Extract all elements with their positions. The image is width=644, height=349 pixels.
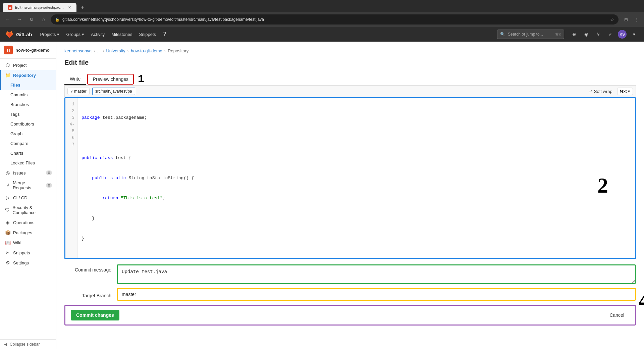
active-tab[interactable]: Edit · src/main/java/test/packag... ✕ — [3, 3, 76, 12]
sidebar-item-wiki[interactable]: 📖 Wiki — [0, 238, 56, 248]
code-line-2 — [82, 135, 631, 141]
sidebar-item-merge-requests[interactable]: ⑂ Merge Requests 0 — [0, 178, 56, 193]
breadcrumb-current: Repository — [168, 48, 189, 53]
extensions-button[interactable]: ⊞ — [621, 15, 631, 24]
tab-write[interactable]: Write — [64, 73, 86, 85]
user-avatar[interactable]: KS — [618, 30, 627, 39]
merge-requests-icon-btn[interactable]: ⑂ — [594, 30, 603, 39]
collapse-sidebar-button[interactable]: ◀ Collapse sidebar — [0, 339, 56, 349]
avatar-chevron-icon[interactable]: ▾ — [629, 30, 639, 39]
nav-activity[interactable]: Activity — [88, 31, 107, 38]
home-button[interactable]: ⌂ — [39, 15, 48, 24]
issues-icon-btn[interactable]: ◉ — [582, 30, 591, 39]
back-button[interactable]: ← — [3, 15, 12, 24]
star-icon[interactable]: ☆ — [610, 17, 614, 22]
packages-sidebar-icon: 📦 — [5, 230, 10, 235]
sidebar-label-packages: Packages — [13, 230, 32, 235]
sidebar-label-operations: Operations — [13, 220, 35, 225]
sidebar-item-settings[interactable]: ⚙ Settings — [0, 258, 56, 268]
sidebar-item-branches[interactable]: Branches — [0, 100, 56, 109]
sidebar-item-security[interactable]: 🛡 Security & Compliance — [0, 203, 56, 217]
nav-snippets[interactable]: Snippets — [136, 31, 159, 38]
forward-button[interactable]: → — [15, 15, 24, 24]
address-bar[interactable]: 🔒 gitlab.com/kennethsohyq/school/univers… — [51, 14, 619, 24]
global-search[interactable]: 🔍 Search or jump to... ⌘K — [497, 30, 564, 39]
sidebar-label-graph: Graph — [10, 131, 22, 136]
breadcrumb-sep-2: › — [103, 48, 104, 53]
todos-icon-btn[interactable]: ✓ — [606, 30, 615, 39]
code-line-5: return "This is a test"; — [82, 195, 631, 202]
browser-toolbar: ← → ↻ ⌂ 🔒 gitlab.com/kennethsohyq/school… — [0, 12, 644, 27]
sidebar-label-repository: Repository — [13, 73, 36, 78]
sidebar-item-issues[interactable]: ◎ Issues 0 — [0, 168, 56, 178]
mode-selector[interactable]: text ▾ — [617, 88, 633, 95]
new-tab-button[interactable]: + — [78, 3, 87, 12]
sidebar-item-snippets[interactable]: ✂ Snippets — [0, 248, 56, 258]
line-numbers: 1 2 3 4- 5 6 7 — [65, 98, 77, 258]
help-icon-btn[interactable]: ? — [160, 30, 169, 39]
issues-badge: 0 — [46, 170, 52, 175]
breadcrumb-user[interactable]: kennethsohyq — [64, 48, 92, 53]
code-editor[interactable]: 1 2 3 4- 5 6 7 package test.packagename;… — [65, 98, 635, 258]
sidebar-item-charts[interactable]: Charts — [0, 148, 56, 158]
sidebar-item-compare[interactable]: Compare — [0, 139, 56, 148]
sidebar-item-commits[interactable]: Commits — [0, 90, 56, 100]
sidebar-item-cicd[interactable]: ▷ CI / CD — [0, 193, 56, 203]
sidebar-item-repository[interactable]: 📁 Repository — [0, 70, 56, 80]
sidebar-section-main: ⬡ Project 📁 Repository Files Commits Br — [0, 59, 56, 269]
line-num-3: 3 — [65, 114, 77, 121]
search-shortcut: ⌘K — [555, 32, 561, 37]
target-branch-input[interactable] — [117, 288, 636, 301]
commit-section: Commit message Update test.java 3 Target… — [64, 264, 636, 326]
target-branch-label: Target Branch — [64, 290, 111, 298]
nav-projects[interactable]: Projects ▾ — [38, 31, 62, 38]
commit-changes-button[interactable]: Commit changes — [71, 310, 119, 320]
breadcrumb: kennethsohyq › ... › University › how-to… — [64, 48, 636, 53]
sidebar-label-settings: Settings — [13, 260, 29, 265]
tab-close-button[interactable]: ✕ — [68, 5, 71, 10]
sidebar-item-packages[interactable]: 📦 Packages — [0, 228, 56, 238]
breadcrumb-sep-3: › — [127, 48, 129, 53]
plus-icon-btn[interactable]: ⊕ — [570, 30, 579, 39]
sidebar-label-charts: Charts — [10, 151, 23, 156]
collapse-label: Collapse sidebar — [10, 342, 40, 347]
sidebar-item-graph[interactable]: Graph — [0, 129, 56, 139]
menu-button[interactable]: ⋮ — [632, 15, 641, 24]
refresh-button[interactable]: ↻ — [27, 15, 36, 24]
nav-milestones[interactable]: Milestones — [109, 31, 135, 38]
breadcrumb-sep-4: › — [164, 48, 166, 53]
sidebar-item-operations[interactable]: ◈ Operations — [0, 217, 56, 228]
nav-menu-items: Projects ▾ Groups ▾ Activity Milestones … — [38, 30, 170, 39]
commit-message-input[interactable]: Update test.java — [117, 264, 636, 284]
annotation-1: 1 — [138, 74, 144, 85]
tab-write-label: Write — [70, 76, 80, 82]
cicd-sidebar-icon: ▷ — [5, 195, 10, 200]
breadcrumb-university[interactable]: University — [106, 48, 125, 53]
search-placeholder: Search or jump to... — [508, 32, 543, 37]
line-num-1: 1 — [65, 101, 77, 108]
sidebar-label-merge-requests: Merge Requests — [13, 180, 43, 190]
tab-preview-changes[interactable]: Preview changes — [87, 74, 134, 85]
editor-tabs: Write Preview changes 1 — [64, 73, 636, 86]
sidebar-item-project[interactable]: ⬡ Project — [0, 60, 56, 70]
snippets-sidebar-icon: ✂ — [5, 250, 10, 255]
soft-wrap-button[interactable]: ⇌ Soft wrap — [587, 88, 614, 95]
code-line-3: public class test { — [82, 155, 631, 161]
sidebar-item-locked-files[interactable]: Locked Files — [0, 158, 56, 168]
nav-groups[interactable]: Groups ▾ — [63, 31, 87, 38]
code-content[interactable]: package test.packagename; public class t… — [77, 98, 635, 258]
sidebar-item-contributors[interactable]: Contributors — [0, 119, 56, 129]
breadcrumb-repo[interactable]: how-to-git-demo — [131, 48, 162, 53]
sidebar-item-files[interactable]: Files — [0, 80, 56, 90]
sidebar-item-tags[interactable]: Tags — [0, 109, 56, 119]
sidebar-project-header: H how-to-git-demo — [0, 42, 56, 59]
gitlab-logo[interactable]: GitLab — [5, 30, 32, 38]
cancel-button[interactable]: Cancel — [604, 310, 630, 320]
main-layout: H how-to-git-demo ⬡ Project 📁 Repository… — [0, 42, 644, 349]
url-display: gitlab.com/kennethsohyq/school/universit… — [62, 17, 607, 22]
branch-selector[interactable]: ⑂ master — [67, 88, 90, 95]
mode-label: text — [620, 89, 627, 94]
breadcrumb-ellipsis[interactable]: ... — [97, 48, 101, 53]
collapse-icon: ◀ — [4, 342, 7, 347]
projects-chevron-icon: ▾ — [57, 32, 59, 37]
